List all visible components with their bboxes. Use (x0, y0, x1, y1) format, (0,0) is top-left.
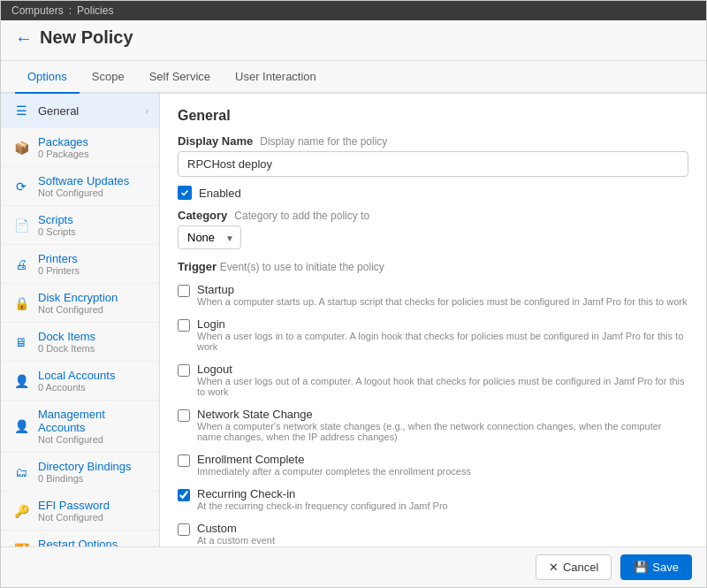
tabs-bar: Options Scope Self Service User Interact… (1, 61, 706, 94)
save-icon: 💾 (634, 561, 648, 574)
cancel-label: Cancel (563, 561, 598, 574)
sidebar-item-efi-password-label: EFI Password (38, 499, 148, 512)
trigger-logout-name: Logout (197, 363, 688, 376)
sidebar-item-packages[interactable]: 📦 Packages 0 Packages (1, 128, 159, 167)
category-select[interactable]: None (178, 225, 241, 249)
sidebar-item-printers[interactable]: 🖨 Printers 0 Printers (1, 245, 159, 284)
category-hint: Category to add the policy to (234, 210, 369, 222)
sidebar: ☰ General › 📦 Packages 0 Packages ⟳ Soft… (1, 94, 160, 546)
trigger-recurring-checkin: Recurring Check-in At the recurring chec… (178, 485, 688, 514)
breadcrumb-separator: : (69, 4, 72, 17)
sidebar-item-management-accounts-label: Management Accounts (38, 408, 148, 434)
management-accounts-icon: 👤 (11, 416, 31, 436)
sidebar-item-management-accounts-sublabel: Not Configured (38, 434, 148, 445)
sidebar-item-local-accounts-sublabel: 0 Accounts (38, 382, 148, 393)
sidebar-item-packages-sublabel: 0 Packages (38, 149, 148, 159)
category-select-wrapper: None ▼ (178, 225, 241, 249)
section-general-title: General (178, 108, 688, 124)
display-name-label: Display Name (178, 134, 253, 148)
trigger-recurring-name: Recurring Check-in (197, 487, 448, 500)
sidebar-item-efi-password-sublabel: Not Configured (38, 512, 148, 523)
cancel-icon: ✕ (549, 561, 559, 574)
sidebar-item-disk-encryption-label: Disk Encryption (38, 291, 148, 304)
sidebar-item-management-accounts[interactable]: 👤 Management Accounts Not Configured (1, 401, 159, 453)
breadcrumb-computers[interactable]: Computers (11, 4, 64, 17)
sidebar-item-scripts-sublabel: 0 Scripts (38, 226, 148, 237)
trigger-hint: Event(s) to use to initiate the policy (220, 261, 384, 273)
trigger-custom: Custom At a custom event (178, 519, 688, 546)
sidebar-item-local-accounts[interactable]: 👤 Local Accounts 0 Accounts (1, 362, 159, 401)
back-row: ← New Policy (15, 27, 692, 48)
sidebar-item-restart-options[interactable]: 🔁 Restart Options Not Configured (1, 531, 159, 546)
restart-options-icon: 🔁 (11, 540, 31, 547)
trigger-logout-desc: When a user logs out of a computer. A lo… (197, 376, 688, 397)
sidebar-item-directory-bindings-label: Directory Bindings (38, 460, 148, 473)
sidebar-item-packages-label: Packages (38, 135, 148, 149)
trigger-network-state-change: Network State Change When a computer's n… (178, 405, 688, 445)
general-icon: ☰ (11, 101, 31, 120)
trigger-section: Trigger Event(s) to use to initiate the … (178, 260, 688, 546)
cancel-button[interactable]: ✕ Cancel (536, 554, 612, 580)
trigger-label: Trigger (178, 260, 217, 273)
trigger-enrollment-desc: Immediately after a computer completes t… (197, 466, 471, 477)
sidebar-item-disk-encryption-sublabel: Not Configured (38, 304, 148, 315)
bottom-bar: ✕ Cancel 💾 Save (1, 546, 706, 587)
trigger-recurring-checkin-checkbox[interactable] (178, 489, 190, 501)
tab-user-interaction[interactable]: User Interaction (223, 61, 329, 94)
tab-self-service[interactable]: Self Service (137, 61, 223, 94)
trigger-startup-name: Startup (197, 283, 688, 296)
sidebar-item-scripts-label: Scripts (38, 213, 148, 226)
trigger-network-state-change-checkbox[interactable] (178, 409, 190, 422)
sidebar-item-printers-label: Printers (38, 252, 148, 265)
trigger-network-name: Network State Change (197, 408, 688, 421)
scripts-icon: 📄 (11, 216, 31, 235)
trigger-logout: Logout When a user logs out of a compute… (178, 360, 688, 400)
breadcrumb-policies[interactable]: Policies (77, 4, 113, 17)
sidebar-item-dock-items[interactable]: 🖥 Dock Items 0 Dock Items (1, 323, 159, 362)
dock-items-icon: 🖥 (11, 332, 31, 352)
local-accounts-icon: 👤 (11, 371, 31, 391)
top-bar: Computers : Policies (1, 1, 706, 20)
trigger-startup-checkbox[interactable] (178, 285, 190, 297)
category-row: Category Category to add the policy to (178, 209, 688, 222)
sidebar-item-general[interactable]: ☰ General › (1, 94, 159, 128)
trigger-header: Trigger Event(s) to use to initiate the … (178, 260, 688, 273)
directory-bindings-icon: 🗂 (11, 462, 31, 482)
save-label: Save (652, 561, 679, 574)
sidebar-item-general-label: General (38, 104, 138, 118)
sidebar-item-disk-encryption[interactable]: 🔒 Disk Encryption Not Configured (1, 284, 159, 323)
disk-encryption-icon: 🔒 (11, 294, 31, 313)
sidebar-item-printers-sublabel: 0 Printers (38, 265, 148, 276)
sidebar-item-scripts[interactable]: 📄 Scripts 0 Scripts (1, 206, 159, 245)
trigger-custom-checkbox[interactable] (178, 523, 190, 536)
sidebar-item-local-accounts-label: Local Accounts (38, 369, 148, 382)
trigger-startup-desc: When a computer starts up. A startup scr… (197, 296, 688, 307)
sidebar-item-software-updates[interactable]: ⟳ Software Updates Not Configured (1, 167, 159, 206)
trigger-enrollment-checkbox[interactable] (178, 454, 190, 467)
enabled-label: Enabled (199, 187, 241, 200)
display-name-input[interactable] (178, 151, 688, 177)
packages-icon: 📦 (11, 138, 31, 157)
trigger-enrollment-complete: Enrollment Complete Immediately after a … (178, 450, 688, 479)
sidebar-item-software-updates-sublabel: Not Configured (38, 187, 148, 198)
page-title: New Policy (40, 27, 133, 48)
software-updates-icon: ⟳ (11, 177, 31, 196)
sidebar-item-efi-password[interactable]: 🔑 EFI Password Not Configured (1, 492, 159, 531)
trigger-logout-checkbox[interactable] (178, 364, 190, 377)
trigger-login-checkbox[interactable] (178, 319, 190, 332)
enabled-row: Enabled (178, 186, 688, 200)
sidebar-item-directory-bindings[interactable]: 🗂 Directory Bindings 0 Bindings (1, 453, 159, 492)
printers-icon: 🖨 (11, 255, 31, 274)
save-button[interactable]: 💾 Save (620, 554, 692, 580)
trigger-login: Login When a user logs in to a computer.… (178, 315, 688, 355)
trigger-enrollment-name: Enrollment Complete (197, 453, 471, 466)
main-area: ☰ General › 📦 Packages 0 Packages ⟳ Soft… (1, 94, 706, 546)
sidebar-item-software-updates-label: Software Updates (38, 174, 148, 187)
trigger-login-desc: When a user logs in to a computer. A log… (197, 331, 688, 352)
trigger-login-name: Login (197, 317, 688, 331)
tab-scope[interactable]: Scope (80, 61, 137, 94)
trigger-custom-desc: At a custom event (197, 535, 275, 546)
tab-options[interactable]: Options (15, 61, 80, 94)
enabled-checkbox[interactable] (178, 186, 192, 200)
back-button[interactable]: ← (15, 29, 33, 47)
